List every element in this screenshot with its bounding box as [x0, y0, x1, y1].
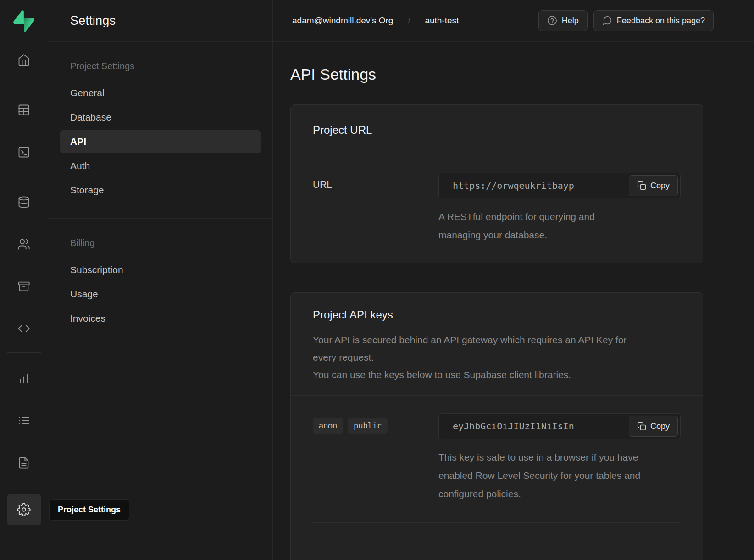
anon-key-value: eyJhbGciOiJIUzI1NiIsIn [453, 421, 574, 432]
nav-sql-editor-button[interactable] [13, 141, 35, 163]
project-url-value: https://orwqeukritbayp [453, 180, 574, 191]
api-keys-card-header: Project API keys Your API is secured beh… [291, 293, 703, 396]
sidebar-item-usage[interactable]: Usage [60, 283, 261, 306]
rail-nav [0, 42, 48, 560]
nav-database-button[interactable] [13, 191, 35, 213]
anon-badge: anon [313, 418, 343, 434]
project-url-input[interactable]: https://orwqeukritbayp Copy [438, 173, 681, 198]
nav-project-settings-button[interactable] [7, 494, 41, 525]
nav-table-editor-button[interactable] [13, 99, 35, 121]
settings-sidebar-title: Settings [70, 14, 116, 28]
sidebar-item-auth[interactable]: Auth [60, 154, 261, 177]
nav-storage-button[interactable] [13, 275, 35, 297]
breadcrumb-project[interactable]: auth-test [425, 16, 459, 26]
storage-archive-icon [17, 280, 30, 293]
settings-gear-icon [17, 503, 31, 516]
edge-functions-code-icon [17, 322, 30, 335]
docs-file-icon [17, 456, 30, 469]
api-keys-card-body: anon public eyJhbGciOiJIUzI1NiIsIn Copy [291, 396, 703, 560]
main-column: adam@windmill.dev's Org / auth-test Help… [273, 0, 754, 560]
topbar-actions: Help Feedback on this page? [538, 10, 714, 31]
api-keys-description-2: You can use the keys below to use Supaba… [313, 366, 629, 384]
sidebar-item-subscription[interactable]: Subscription [60, 258, 261, 281]
project-settings-section: Project Settings General Database API Au… [60, 61, 261, 202]
breadcrumb-org[interactable]: adam@windmill.dev's Org [292, 16, 393, 26]
url-field-label: URL [313, 173, 438, 244]
next-key-row-cutoff [313, 522, 681, 560]
billing-section: Billing Subscription Usage Invoices [60, 238, 261, 330]
app-root: Project Settings Settings Project Settin… [0, 0, 754, 560]
logs-list-icon [17, 414, 30, 427]
section-header-billing: Billing [60, 238, 261, 248]
nav-logs-button[interactable] [13, 410, 35, 432]
api-settings-content: API Settings Project URL URL https://orw… [273, 42, 754, 560]
project-url-card-body: URL https://orwqeukritbayp Copy A RESTfu… [291, 155, 703, 263]
copy-icon [637, 181, 646, 190]
copy-anon-key-label: Copy [650, 422, 670, 431]
page-title: API Settings [290, 66, 754, 83]
copy-url-button[interactable]: Copy [629, 175, 678, 196]
home-icon [17, 54, 30, 66]
help-button[interactable]: Help [538, 10, 588, 31]
rail-divider [7, 84, 41, 84]
settings-sidebar: Settings Project Settings General Databa… [48, 0, 273, 560]
sql-editor-icon [17, 146, 30, 159]
rail-divider [7, 176, 41, 176]
sidebar-item-database[interactable]: Database [60, 106, 261, 129]
sidebar-item-invoices[interactable]: Invoices [60, 307, 261, 330]
database-icon [17, 196, 30, 209]
settings-sidebar-header: Settings [48, 0, 272, 42]
table-editor-icon [17, 104, 30, 116]
anon-key-input[interactable]: eyJhbGciOiJIUzI1NiIsIn Copy [438, 413, 681, 439]
anon-key-description: This key is safe to use in a browser if … [438, 448, 659, 503]
api-keys-card: Project API keys Your API is secured beh… [290, 292, 703, 560]
sidebar-item-general[interactable]: General [60, 82, 261, 104]
auth-users-icon [17, 238, 30, 251]
feedback-bubble-icon [602, 16, 612, 26]
nav-home-button[interactable] [13, 49, 35, 71]
public-badge: public [348, 418, 388, 434]
project-settings-tooltip: Project Settings [49, 499, 129, 521]
reports-chart-icon [17, 372, 30, 385]
rail-divider [7, 352, 41, 353]
section-header-project-settings: Project Settings [60, 61, 261, 71]
settings-sidebar-nav: Project Settings General Database API Au… [48, 42, 272, 331]
anon-key-row: anon public eyJhbGciOiJIUzI1NiIsIn Copy [313, 413, 681, 503]
primary-icon-sidebar [0, 0, 48, 560]
url-field-row: URL https://orwqeukritbayp Copy A RESTfu… [313, 173, 681, 244]
feedback-button-label: Feedback on this page? [617, 16, 705, 26]
help-circle-icon [547, 16, 557, 26]
api-keys-card-title: Project API keys [313, 308, 681, 321]
project-url-card-title: Project URL [313, 124, 372, 137]
supabase-logo-icon [13, 10, 34, 32]
supabase-logo[interactable] [0, 0, 48, 42]
copy-url-label: Copy [650, 181, 670, 191]
topbar: adam@windmill.dev's Org / auth-test Help… [273, 0, 754, 42]
rail-bottom [7, 494, 41, 525]
url-field-value: https://orwqeukritbayp Copy A RESTful en… [438, 173, 681, 244]
copy-icon [637, 422, 646, 431]
nav-auth-button[interactable] [13, 233, 35, 255]
nav-reports-button[interactable] [13, 368, 35, 390]
project-url-description: A RESTful endpoint for querying and mana… [438, 208, 631, 244]
anon-key-badges: anon public [313, 413, 438, 503]
nav-docs-button[interactable] [13, 452, 35, 474]
sidebar-item-storage[interactable]: Storage [60, 179, 261, 202]
feedback-button[interactable]: Feedback on this page? [593, 10, 714, 31]
sidebar-divider [48, 218, 272, 219]
nav-edge-functions-button[interactable] [13, 318, 35, 340]
breadcrumb-separator: / [408, 16, 410, 26]
project-url-card: Project URL URL https://orwqeukritbayp C… [290, 104, 703, 263]
help-button-label: Help [562, 16, 579, 26]
breadcrumb: adam@windmill.dev's Org / auth-test [292, 16, 459, 26]
anon-key-value-col: eyJhbGciOiJIUzI1NiIsIn Copy This key is … [438, 413, 681, 503]
copy-anon-key-button[interactable]: Copy [629, 416, 678, 437]
api-keys-description-1: Your API is secured behind an API gatewa… [313, 331, 629, 366]
sidebar-item-api[interactable]: API [60, 130, 261, 153]
project-url-card-header: Project URL [291, 105, 703, 155]
